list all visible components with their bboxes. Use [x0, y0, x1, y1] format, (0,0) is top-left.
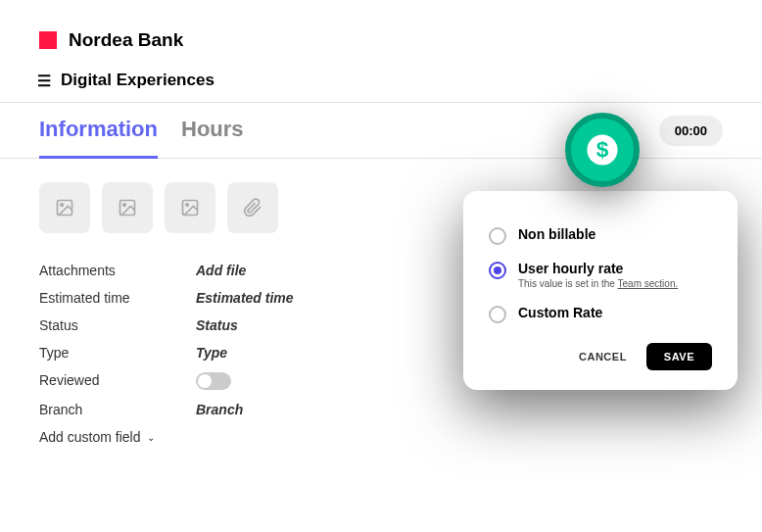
radio-label: Custom Rate: [518, 305, 602, 320]
radio-user-hourly-rate[interactable]: User hourly rate This value is set in th…: [489, 253, 712, 297]
radio-sublabel: This value is set in the Team section.: [518, 278, 678, 289]
save-button[interactable]: SAVE: [646, 343, 712, 370]
radio-non-billable[interactable]: Non billable: [489, 218, 712, 253]
field-label: Estimated time: [39, 290, 196, 306]
tab-hours[interactable]: Hours: [181, 103, 244, 158]
logo-square: [39, 31, 57, 49]
radio-icon: [489, 306, 506, 323]
timer-badge[interactable]: 00:00: [659, 116, 723, 146]
image-icon: [180, 198, 200, 218]
svg-point-5: [186, 204, 189, 207]
billing-rate-icon-button[interactable]: $: [565, 113, 640, 187]
field-label: Reviewed: [39, 372, 196, 390]
tab-information[interactable]: Information: [39, 103, 158, 159]
image-thumbnail-2[interactable]: [102, 182, 153, 233]
field-value: Branch: [196, 402, 723, 417]
hamburger-icon[interactable]: ☰: [37, 72, 51, 90]
image-thumbnail-3[interactable]: [165, 182, 215, 233]
svg-text:$: $: [596, 136, 609, 162]
field-branch[interactable]: Branch Branch: [39, 396, 723, 423]
image-thumbnail-1[interactable]: [39, 182, 90, 233]
toggle-knob: [198, 374, 212, 388]
radio-icon: [489, 227, 506, 245]
svg-point-1: [61, 204, 64, 207]
field-label: Attachments: [39, 263, 196, 278]
billing-rate-modal: Non billable User hourly rate This value…: [463, 191, 738, 390]
radio-label: User hourly rate: [518, 261, 678, 276]
image-icon: [118, 198, 137, 218]
breadcrumb: Digital Experiences: [61, 71, 214, 90]
attachment-button[interactable]: [227, 182, 278, 233]
reviewed-toggle[interactable]: [196, 372, 231, 390]
cancel-button[interactable]: CANCEL: [569, 343, 637, 370]
paperclip-icon: [243, 198, 262, 218]
add-custom-label: Add custom field: [39, 429, 141, 445]
image-icon: [55, 198, 74, 218]
page-title: Nordea Bank: [69, 29, 183, 51]
radio-custom-rate[interactable]: Custom Rate: [489, 297, 712, 331]
svg-point-3: [123, 204, 125, 207]
radio-icon: [489, 262, 506, 279]
team-section-link[interactable]: Team section.: [618, 278, 679, 289]
field-label: Status: [39, 317, 196, 333]
dollar-icon: $: [586, 133, 619, 167]
radio-label: Non billable: [518, 226, 595, 242]
chevron-down-icon: ⌄: [147, 432, 155, 443]
field-label: Branch: [39, 402, 196, 417]
field-label: Type: [39, 345, 196, 361]
add-custom-field-button[interactable]: Add custom field ⌄: [39, 423, 723, 451]
